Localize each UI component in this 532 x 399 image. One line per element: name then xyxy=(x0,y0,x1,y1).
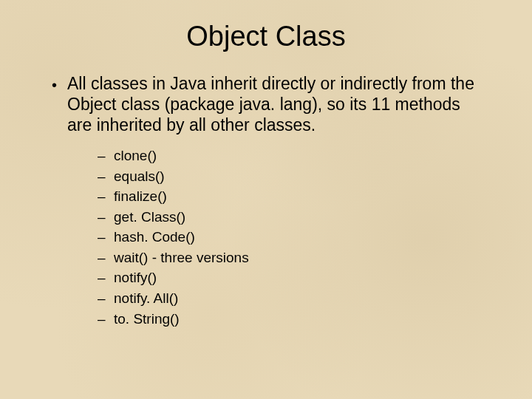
dash-icon: – xyxy=(98,248,114,268)
list-item: – notify() xyxy=(98,267,502,288)
list-item-text: notify. All() xyxy=(114,288,178,309)
list-item-text: clone() xyxy=(114,146,157,166)
dash-icon: – xyxy=(98,227,114,248)
list-item: – equals() xyxy=(98,166,502,187)
list-item-text: get. Class() xyxy=(114,207,185,228)
list-item-text: notify() xyxy=(114,267,157,288)
list-item-text: equals() xyxy=(114,166,165,187)
list-item: – to. String() xyxy=(98,309,502,330)
slide-title: Object Class xyxy=(30,21,502,52)
list-item: – get. Class() xyxy=(98,207,502,228)
bullet-icon: • xyxy=(52,76,57,94)
list-item-text: wait() - three versions xyxy=(114,248,249,268)
list-item: – notify. All() xyxy=(98,288,502,309)
dash-icon: – xyxy=(98,146,114,166)
dash-icon: – xyxy=(98,309,114,330)
list-item-text: hash. Code() xyxy=(114,227,195,248)
list-item-text: to. String() xyxy=(114,309,180,330)
sub-list: – clone() – equals() – finalize() – get.… xyxy=(98,146,502,329)
dash-icon: – xyxy=(98,166,114,187)
main-bullet: • All classes in Java inherit directly o… xyxy=(52,73,480,135)
slide: Object Class • All classes in Java inher… xyxy=(0,0,532,399)
list-item-text: finalize() xyxy=(114,186,167,207)
dash-icon: – xyxy=(98,267,114,288)
list-item: – hash. Code() xyxy=(98,227,502,248)
dash-icon: – xyxy=(98,207,114,228)
dash-icon: – xyxy=(98,288,114,309)
main-bullet-text: All classes in Java inherit directly or … xyxy=(67,73,480,135)
list-item: – clone() xyxy=(98,146,502,166)
dash-icon: – xyxy=(98,186,114,207)
list-item: – finalize() xyxy=(98,186,502,207)
list-item: – wait() - three versions xyxy=(98,248,502,268)
